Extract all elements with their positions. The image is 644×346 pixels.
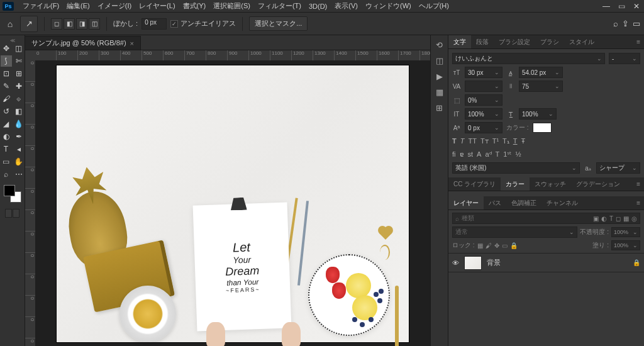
lasso-tool[interactable]: ⟆ <box>1 55 12 67</box>
antialias-checkbox[interactable]: ✓ アンチエイリアス <box>170 19 236 28</box>
blend-mode-dropdown[interactable]: 通常 <box>452 226 577 238</box>
frame-tool[interactable]: ⊞ <box>13 68 25 79</box>
tab-swatches[interactable]: スウォッチ <box>530 177 571 191</box>
italic-button[interactable]: T <box>460 137 465 145</box>
share-icon[interactable]: ⇪ <box>622 19 629 28</box>
alternates-button[interactable]: A <box>477 150 481 159</box>
lock-position-icon[interactable]: ✥ <box>494 242 499 249</box>
kerning-input[interactable] <box>465 81 502 92</box>
brush-tool[interactable]: 🖌 <box>1 93 12 104</box>
document-tab[interactable]: サンプル.jpg @ 50% (RGB/8#) × <box>25 36 141 50</box>
subscript-button[interactable]: T₁ <box>502 137 509 145</box>
subtract-selection-icon[interactable]: ◨ <box>76 18 87 30</box>
zoom-tool[interactable]: ⌕ <box>1 169 12 180</box>
tab-gradients[interactable]: グラデーション <box>571 177 625 191</box>
tab-brush-settings[interactable]: ブラシ設定 <box>494 35 535 48</box>
filter-type-icon[interactable]: T <box>609 215 613 222</box>
workspace-icon[interactable]: ▭ <box>633 19 640 28</box>
lock-all-icon[interactable]: 🔒 <box>510 242 518 249</box>
eraser-tool[interactable]: ◧ <box>13 106 25 117</box>
ruler-horizontal[interactable]: 0100200300400500600700800900100011001200… <box>35 50 430 60</box>
menu-filter[interactable]: フィルター(T) <box>254 1 305 11</box>
home-button[interactable]: ⌂ <box>4 19 16 29</box>
leading-input[interactable]: 54.02 px <box>519 67 563 78</box>
lock-icon[interactable]: 🔒 <box>633 259 640 266</box>
canvas[interactable]: Let Your Dream than Your ~FEARS~ <box>35 60 430 346</box>
lock-pixels-icon[interactable]: 🖌 <box>486 242 492 249</box>
panel-menu-icon[interactable]: ≡ <box>633 199 644 206</box>
menu-help[interactable]: ヘルプ(H) <box>415 1 453 11</box>
titling-button[interactable]: T <box>496 150 500 159</box>
current-tool-icon[interactable]: ↗ <box>20 16 38 32</box>
tab-adjustments[interactable]: 色調補正 <box>506 196 541 209</box>
language-dropdown[interactable]: 英語 (米国) <box>452 162 580 174</box>
fractions-button[interactable]: 1ˢᵗ <box>503 150 511 159</box>
marquee-tool[interactable]: ◫ <box>13 43 25 54</box>
pen-tool[interactable]: ✒ <box>13 131 25 142</box>
vscale-input[interactable]: 100% <box>465 108 502 120</box>
stamp-tool[interactable]: ⟐ <box>13 93 25 104</box>
quick-select-tool[interactable]: ✄ <box>13 55 25 67</box>
superscript-button[interactable]: T¹ <box>492 137 499 145</box>
tab-layers[interactable]: レイヤー <box>448 196 484 209</box>
strikethrough-button[interactable]: Ŧ <box>521 137 526 145</box>
menu-window[interactable]: ウィンドウ(W) <box>362 1 415 11</box>
visibility-icon[interactable]: 👁 <box>452 259 459 267</box>
tab-color[interactable]: カラー <box>501 177 530 191</box>
layer-row[interactable]: 👁 背景 🔒 <box>448 254 644 272</box>
filter-toggle-icon[interactable]: ◎ <box>631 215 637 222</box>
window-close-button[interactable]: ✕ <box>629 1 644 12</box>
lock-artboard-icon[interactable]: ▭ <box>502 242 508 249</box>
tab-paragraph[interactable]: 段落 <box>471 35 494 48</box>
layer-thumbnail[interactable] <box>464 256 482 270</box>
fractions2-button[interactable]: ½ <box>515 150 521 159</box>
baseline-input[interactable]: 0 px <box>465 122 502 133</box>
shape-tool[interactable]: ▭ <box>1 156 12 167</box>
contextual-button[interactable]: ɐ <box>460 150 464 159</box>
lock-transparency-icon[interactable]: ▦ <box>477 242 483 249</box>
close-icon[interactable]: × <box>130 40 134 47</box>
filter-adjust-icon[interactable]: ◐ <box>601 215 607 222</box>
tracking-input[interactable]: 75 <box>519 81 563 92</box>
document-image[interactable]: Let Your Dream than Your ~FEARS~ <box>57 65 409 342</box>
new-selection-icon[interactable]: ◻ <box>51 18 62 30</box>
tab-styles[interactable]: スタイル <box>564 35 599 48</box>
tab-libraries[interactable]: CC ライブラリ <box>448 177 501 191</box>
move-tool[interactable]: ✥ <box>1 43 12 54</box>
ordinals-button[interactable]: aᵈ <box>485 150 491 159</box>
dock-info-icon[interactable]: ▦ <box>436 87 443 97</box>
tab-channels[interactable]: チャンネル <box>541 196 583 209</box>
dodge-tool[interactable]: ◐ <box>1 131 12 142</box>
type-tool[interactable]: T <box>1 143 12 155</box>
menu-image[interactable]: イメージ(I) <box>94 1 135 11</box>
menu-3d[interactable]: 3D(D) <box>305 3 331 10</box>
menu-view[interactable]: 表示(V) <box>331 1 362 11</box>
antialias-dropdown[interactable]: シャープ <box>596 162 640 174</box>
allcaps-button[interactable]: TT <box>468 137 476 145</box>
ligatures-button[interactable]: fi <box>452 150 456 159</box>
opacity-input[interactable]: 100% <box>611 227 640 237</box>
window-minimize-button[interactable]: — <box>599 1 614 12</box>
filter-shape-icon[interactable]: ◻ <box>616 215 621 222</box>
panel-menu-icon[interactable]: ≡ <box>633 38 644 45</box>
dock-navigator-icon[interactable]: ⊞ <box>436 103 443 113</box>
window-maximize-button[interactable]: ▭ <box>614 1 629 12</box>
tab-brushes[interactable]: ブラシ <box>535 35 564 48</box>
smallcaps-button[interactable]: Tᴛ <box>480 137 489 145</box>
search-icon[interactable]: ⌕ <box>613 19 618 28</box>
font-family-dropdown[interactable]: けいふぉんと <box>452 53 605 64</box>
tab-paths[interactable]: パス <box>484 196 506 209</box>
fill-input[interactable]: 100% <box>611 240 640 250</box>
blur-tool[interactable]: 💧 <box>13 118 25 130</box>
color-swatch[interactable] <box>4 185 21 203</box>
hscale-input[interactable]: 100% <box>519 108 557 120</box>
bold-button[interactable]: T <box>452 137 457 145</box>
menu-type[interactable]: 書式(Y) <box>179 1 210 11</box>
layer-filter-search[interactable]: ⌕ 種類 ▣ ◐ T ◻ ▦ ◎ <box>452 213 640 224</box>
underline-button[interactable]: T <box>513 137 518 145</box>
gradient-tool[interactable]: ◢ <box>1 118 12 130</box>
tab-character[interactable]: 文字 <box>448 35 471 48</box>
ruler-vertical[interactable]: 000000000000000 <box>25 60 35 346</box>
screen-mode[interactable] <box>5 209 19 218</box>
filter-image-icon[interactable]: ▣ <box>593 215 599 222</box>
